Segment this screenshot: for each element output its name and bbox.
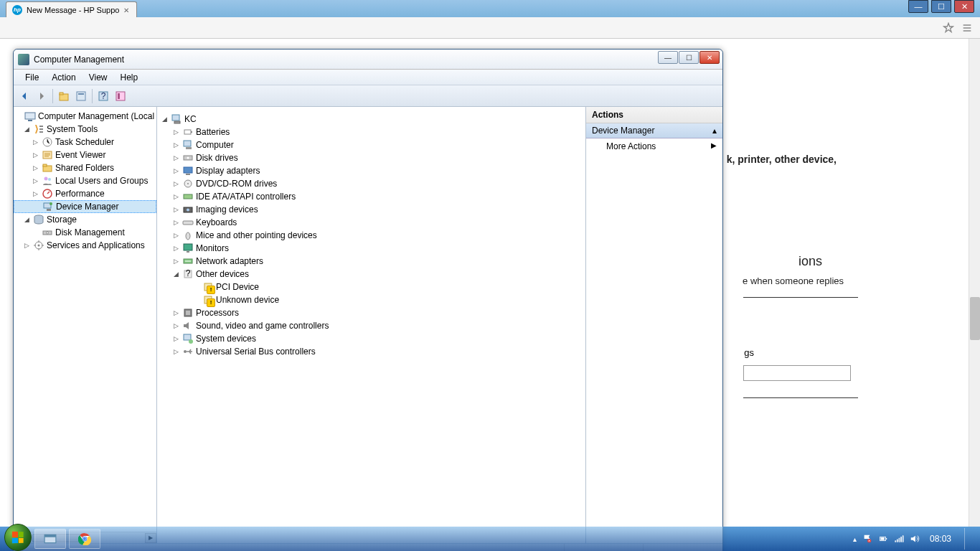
expander-collapse-icon[interactable]: ◢: [160, 115, 169, 123]
browser-maximize-button[interactable]: ☐: [931, 0, 951, 13]
tree-system-tools[interactable]: ◢System Tools: [14, 123, 156, 136]
expander-icon[interactable]: ▷: [171, 321, 180, 330]
show-desktop-button[interactable]: [964, 528, 971, 550]
device-category[interactable]: ▷System devices: [157, 332, 585, 345]
tray-overflow-icon[interactable]: ▴: [853, 535, 857, 543]
expander-icon[interactable]: ▷: [171, 166, 180, 175]
tray-network-icon[interactable]: [894, 534, 904, 544]
tray-flag-icon[interactable]: [862, 534, 872, 544]
toolbar-properties-button[interactable]: [73, 88, 89, 104]
device-category[interactable]: ▷Batteries: [157, 126, 585, 138]
webpage-scrollbar[interactable]: [969, 39, 980, 527]
toolbar-back-button[interactable]: [17, 88, 32, 104]
device-category[interactable]: ◢?Other devices: [157, 268, 585, 281]
actions-more[interactable]: More Actions▶: [586, 138, 722, 154]
device-category[interactable]: ▷Computer: [157, 138, 585, 151]
expander-icon[interactable]: ◢: [171, 270, 180, 278]
toolbar-help-button[interactable]: ?: [95, 88, 111, 104]
expander-icon[interactable]: ▷: [171, 128, 180, 136]
expander-icon[interactable]: ▷: [31, 164, 39, 172]
tree-task-scheduler[interactable]: ▷Task Scheduler: [14, 136, 156, 149]
device-category[interactable]: ▷Universal Serial Bus controllers: [157, 345, 585, 358]
menu-help[interactable]: Help: [115, 71, 144, 84]
tree-shared-folders[interactable]: ▷Shared Folders: [14, 161, 156, 174]
scrollbar-thumb[interactable]: [970, 297, 980, 340]
device-category[interactable]: ▷Network adapters: [157, 255, 585, 268]
device-category[interactable]: ▷Keyboards: [157, 216, 585, 229]
expander-icon[interactable]: ▷: [171, 154, 180, 162]
mmc-maximize-button[interactable]: ☐: [679, 51, 699, 64]
mmc-left-pane: Computer Management (Local ◢System Tools…: [14, 107, 157, 543]
mmc-close-button[interactable]: ✕: [699, 51, 720, 64]
svg-point-53: [184, 350, 187, 353]
expander-icon[interactable]: ▷: [31, 138, 39, 146]
taskbar-app-chrome[interactable]: [69, 529, 100, 549]
expander-icon[interactable]: ▷: [171, 309, 180, 317]
expander-icon[interactable]: ▷: [171, 179, 180, 188]
mmc-minimize-button[interactable]: —: [658, 51, 678, 64]
browser-minimize-button[interactable]: —: [908, 0, 928, 13]
browser-tab[interactable]: hp New Message - HP Suppo ✕: [6, 1, 137, 17]
expander-icon[interactable]: [32, 202, 40, 211]
toolbar-forward-button[interactable]: [34, 88, 50, 104]
expander-icon[interactable]: ▷: [171, 257, 180, 265]
expander-icon[interactable]: ▷: [31, 151, 39, 159]
start-button[interactable]: [4, 524, 32, 551]
expander-icon[interactable]: ▷: [171, 141, 180, 149]
device-category[interactable]: ▷Imaging devices: [157, 203, 585, 216]
taskbar-app-explorer[interactable]: [34, 529, 66, 549]
tree-services-apps[interactable]: ▷Services and Applications: [14, 239, 156, 252]
browser-menu-icon[interactable]: [961, 22, 973, 34]
expander-icon[interactable]: [192, 296, 200, 304]
actions-context[interactable]: Device Manager▴: [586, 123, 722, 138]
device-item[interactable]: PCI Device: [157, 281, 585, 293]
expander-collapse-icon[interactable]: ◢: [22, 215, 31, 224]
menu-file[interactable]: File: [19, 71, 44, 84]
expander-icon[interactable]: ▷: [171, 192, 180, 201]
toolbar-show-hide-button[interactable]: [113, 88, 128, 104]
device-category[interactable]: ▷Display adapters: [157, 164, 585, 177]
svg-rect-51: [184, 334, 191, 340]
tree-root[interactable]: Computer Management (Local: [14, 110, 156, 123]
device-category[interactable]: ▷Mice and other pointing devices: [157, 229, 585, 242]
expander-icon[interactable]: ▷: [31, 189, 39, 198]
device-item[interactable]: Unknown device: [157, 293, 585, 306]
expander-collapse-icon[interactable]: ◢: [22, 125, 31, 133]
expander-icon[interactable]: ▷: [171, 347, 180, 356]
device-category[interactable]: ▷Processors: [157, 306, 585, 319]
tree-disk-management[interactable]: Disk Management: [14, 226, 156, 239]
tree-local-users[interactable]: ▷Local Users and Groups: [14, 174, 156, 187]
tree-performance[interactable]: ▷Performance: [14, 187, 156, 200]
expander-icon[interactable]: ▷: [171, 244, 180, 253]
expander-icon[interactable]: [31, 228, 39, 237]
tree-event-viewer[interactable]: ▷Event Viewer: [14, 149, 156, 161]
device-category[interactable]: ▷DVD/CD-ROM drives: [157, 177, 585, 190]
device-category[interactable]: ▷Monitors: [157, 242, 585, 255]
svg-rect-40: [183, 221, 193, 225]
taskbar-clock[interactable]: 08:03: [925, 534, 956, 544]
tree-storage[interactable]: ◢Storage: [14, 213, 156, 226]
tree-device-manager[interactable]: Device Manager: [14, 200, 156, 213]
device-root[interactable]: ◢KC: [157, 113, 585, 126]
mmc-titlebar[interactable]: Computer Management — ☐ ✕: [14, 50, 722, 70]
browser-close-button[interactable]: ✕: [954, 0, 974, 13]
expander-icon[interactable]: ▷: [171, 218, 180, 227]
expander-icon[interactable]: ▷: [171, 231, 180, 240]
device-category[interactable]: ▷Disk drives: [157, 151, 585, 164]
menu-action[interactable]: Action: [46, 71, 81, 84]
tray-power-icon[interactable]: [878, 534, 888, 544]
expander-icon[interactable]: ▷: [171, 205, 180, 214]
tray-volume-icon[interactable]: [910, 534, 920, 544]
bookmark-star-icon[interactable]: [943, 22, 954, 34]
menu-view[interactable]: View: [83, 71, 113, 84]
expander-icon[interactable]: [192, 283, 200, 291]
webpage-tags-input[interactable]: [743, 365, 851, 381]
device-category[interactable]: ▷IDE ATA/ATAPI controllers: [157, 190, 585, 203]
toolbar-up-button[interactable]: [56, 88, 72, 104]
tab-close-icon[interactable]: ✕: [123, 6, 131, 14]
expander-icon[interactable]: ▷: [22, 241, 31, 250]
expander-icon[interactable]: ▷: [171, 334, 180, 343]
device-category[interactable]: ▷Sound, video and game controllers: [157, 319, 585, 332]
expander-icon[interactable]: ▷: [31, 176, 39, 185]
expander-icon[interactable]: [14, 112, 22, 121]
